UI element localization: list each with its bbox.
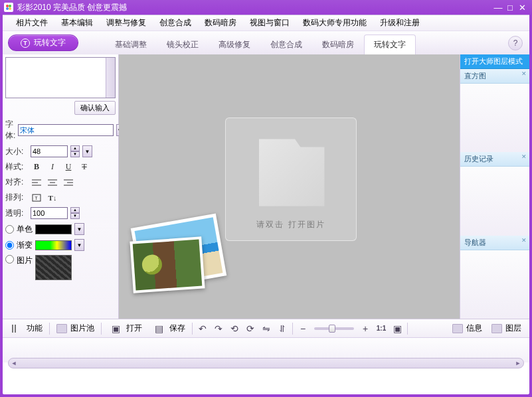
redo-button[interactable]: ↷ xyxy=(211,322,226,335)
canvas-area[interactable]: 请双击 打开图片 xyxy=(119,54,460,319)
info-tab[interactable]: 信息 xyxy=(448,321,486,335)
tab-bar: T 玩转文字 基础调整 镜头校正 高级修复 创意合成 数码暗房 玩转文字 ? xyxy=(3,31,529,54)
minimize-button[interactable]: — xyxy=(492,3,504,12)
app-logo-icon xyxy=(4,3,13,12)
size-up-button[interactable]: ▲ xyxy=(70,145,80,151)
size-label: 大小: xyxy=(5,146,28,157)
svg-text:T: T xyxy=(35,195,38,201)
menu-creative[interactable]: 创意合成 xyxy=(153,17,198,29)
history-header[interactable]: 历史记录✕ xyxy=(460,152,529,167)
camera-icon: ▣ xyxy=(108,322,123,335)
bottom-toolbar: 功能 图片池 ▣打开 ▤保存 ↶ ↷ ⟲ ⟳ ⇋ ⥯ − + 1:1 ▣ 信息 … xyxy=(3,319,529,337)
zoom-in-button[interactable]: + xyxy=(358,322,373,335)
layers-icon xyxy=(491,324,502,333)
texture-swatch[interactable] xyxy=(35,255,72,280)
navigator-header[interactable]: 导航器✕ xyxy=(460,236,529,250)
tab-advanced-repair[interactable]: 高级修复 xyxy=(209,35,260,54)
horizontal-text-button[interactable]: T xyxy=(31,193,43,203)
tab-basic-adjust[interactable]: 基础调整 xyxy=(105,35,157,54)
menu-master[interactable]: 数码大师专用功能 xyxy=(296,17,373,29)
menu-file[interactable]: 相片文件 xyxy=(9,17,54,29)
histogram-close-icon[interactable]: ✕ xyxy=(521,70,527,77)
solid-color-radio[interactable] xyxy=(5,225,14,234)
size-dropdown-button[interactable]: ▼ xyxy=(82,145,92,157)
menu-darkroom[interactable]: 数码暗房 xyxy=(198,17,243,29)
flip-h-button[interactable]: ⇋ xyxy=(259,322,274,335)
align-left-button[interactable] xyxy=(31,177,43,188)
size-input[interactable] xyxy=(31,145,68,157)
function-tab[interactable]: 功能 xyxy=(23,321,46,335)
horizontal-scrollbar[interactable]: ◄ ► xyxy=(8,358,524,368)
close-button[interactable]: ✕ xyxy=(516,3,528,12)
gradient-radio[interactable] xyxy=(5,241,14,250)
arrange-label: 排列: xyxy=(5,192,28,203)
tab-darkroom[interactable]: 数码暗房 xyxy=(312,35,364,54)
drop-open-area[interactable]: 请双击 打开图片 xyxy=(225,118,357,241)
text-t-icon: T xyxy=(21,39,30,48)
navigator-close-icon[interactable]: ✕ xyxy=(521,237,527,244)
zoom-actual-button[interactable]: 1:1 xyxy=(374,322,389,335)
underline-button[interactable]: U xyxy=(62,162,74,173)
pool-icon xyxy=(56,324,67,333)
solid-color-dropdown[interactable]: ▼ xyxy=(74,223,84,235)
align-right-button[interactable] xyxy=(62,177,74,188)
help-button[interactable]: ? xyxy=(508,36,523,50)
image-fill-label: 图片 xyxy=(17,255,33,266)
opacity-input[interactable] xyxy=(31,207,68,219)
solid-color-swatch[interactable] xyxy=(35,224,72,234)
image-fill-radio[interactable] xyxy=(5,255,14,264)
menu-basic-edit[interactable]: 基本编辑 xyxy=(54,17,100,29)
size-down-button[interactable]: ▼ xyxy=(70,151,80,157)
opacity-label: 透明: xyxy=(5,208,28,219)
info-icon xyxy=(452,324,463,333)
tab-play-text[interactable]: 玩转文字 xyxy=(364,35,416,54)
play-text-label: 玩转文字 xyxy=(34,37,66,48)
undo-button[interactable]: ↶ xyxy=(195,322,210,335)
solid-color-label: 单色 xyxy=(17,224,33,235)
preview-scrollbar[interactable] xyxy=(106,58,115,98)
menu-upgrade-register[interactable]: 升级和注册 xyxy=(373,17,426,29)
svg-point-2 xyxy=(6,7,9,10)
left-panel: 确认输入 字体: ▼ 大小: ▲▼ ▼ 样式: B I U T 对齐: xyxy=(3,54,119,319)
opacity-up-button[interactable]: ▲ xyxy=(70,207,80,213)
gradient-swatch[interactable] xyxy=(35,240,72,250)
menu-adjust-repair[interactable]: 调整与修复 xyxy=(100,17,153,29)
opacity-down-button[interactable]: ▼ xyxy=(70,213,80,219)
strikethrough-button[interactable]: T xyxy=(78,162,90,173)
collapse-left-icon[interactable] xyxy=(7,322,21,335)
zoom-out-button[interactable]: − xyxy=(296,322,310,335)
tab-creative-compose[interactable]: 创意合成 xyxy=(260,35,312,54)
rotate-cw-button[interactable]: ⟳ xyxy=(243,322,258,335)
flip-v-button[interactable]: ⥯ xyxy=(275,322,290,335)
align-label: 对齐: xyxy=(5,177,28,188)
scroll-left-button[interactable]: ◄ xyxy=(9,358,19,368)
rotate-ccw-button[interactable]: ⟲ xyxy=(227,322,242,335)
image-pool-tab[interactable]: 图片池 xyxy=(52,321,98,335)
open-button[interactable]: ▣打开 xyxy=(104,321,146,337)
layers-tab[interactable]: 图层 xyxy=(488,321,525,335)
menu-bar: 相片文件 基本编辑 调整与修复 创意合成 数码暗房 视图与窗口 数码大师专用功能… xyxy=(3,15,529,31)
title-bar: 彩影2010 完美品质 创意更震撼 — □ ✕ xyxy=(0,0,532,15)
histogram-header[interactable]: 直方图✕ xyxy=(460,69,529,84)
open-master-layer-mode[interactable]: 打开大师图层模式 xyxy=(460,54,529,69)
right-panel: 打开大师图层模式 直方图✕ 历史记录✕ 导航器✕ xyxy=(460,54,529,319)
save-button[interactable]: ▤保存 xyxy=(147,321,189,337)
gradient-dropdown[interactable]: ▼ xyxy=(74,239,84,251)
maximize-button[interactable]: □ xyxy=(504,3,516,12)
zoom-fit-button[interactable]: ▣ xyxy=(390,322,404,335)
align-center-button[interactable] xyxy=(46,177,58,188)
history-close-icon[interactable]: ✕ xyxy=(521,153,527,160)
zoom-slider[interactable] xyxy=(314,327,354,330)
confirm-input-button[interactable]: 确认输入 xyxy=(74,101,116,115)
font-input[interactable] xyxy=(18,124,114,136)
gradient-label: 渐变 xyxy=(17,240,33,251)
svg-point-3 xyxy=(9,7,11,10)
italic-button[interactable]: I xyxy=(46,162,58,173)
vertical-text-button[interactable]: T↓ xyxy=(46,193,58,203)
scroll-right-button[interactable]: ► xyxy=(513,358,523,368)
play-text-button[interactable]: T 玩转文字 xyxy=(8,35,78,51)
menu-view-window[interactable]: 视图与窗口 xyxy=(243,17,296,29)
tab-lens-correct[interactable]: 镜头校正 xyxy=(157,35,209,54)
bold-button[interactable]: B xyxy=(31,162,43,173)
text-preview-box[interactable] xyxy=(5,57,116,98)
